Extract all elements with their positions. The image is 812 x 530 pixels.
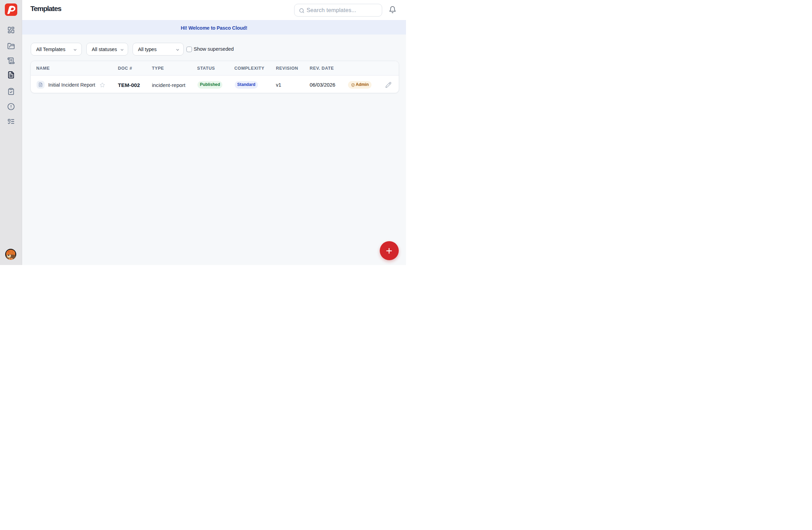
svg-text:P: P bbox=[8, 251, 9, 253]
